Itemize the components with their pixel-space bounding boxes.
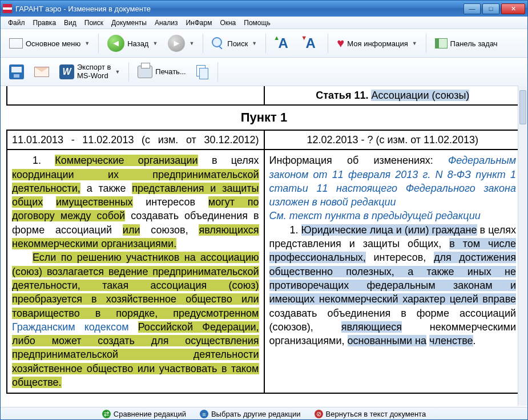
export-word-button[interactable]: W Экспорт вMS-Word ▼ bbox=[55, 61, 124, 82]
my-info-button[interactable]: ♥ Моя информация ▼ bbox=[333, 34, 421, 53]
my-info-label: Моя информация bbox=[347, 39, 408, 48]
search-icon bbox=[212, 37, 224, 50]
save-icon bbox=[9, 64, 24, 79]
return-label: Вернуться в текст документа bbox=[326, 410, 426, 418]
menu-view[interactable]: Вид bbox=[60, 17, 80, 29]
section-heading: Пункт 1 bbox=[7, 105, 521, 130]
font-increase-icon: ▲A bbox=[275, 35, 292, 51]
right-version-text: Информация об изменениях: Федеральным за… bbox=[264, 150, 522, 393]
word-icon: W bbox=[59, 64, 74, 79]
return-to-document-link[interactable]: ⊘ Вернуться в текст документа bbox=[315, 410, 426, 418]
preview-icon bbox=[196, 65, 209, 79]
article-name: Ассоциации (союзы) bbox=[371, 90, 469, 101]
toolbar-secondary: W Экспорт вMS-Word ▼ Печать... bbox=[1, 58, 527, 86]
scrollbar-thumb[interactable] bbox=[519, 90, 526, 124]
font-increase-button[interactable]: ▲A bbox=[271, 33, 296, 54]
svg-rect-1 bbox=[3, 7, 12, 10]
back-icon: ◄ bbox=[107, 35, 124, 52]
export-word-label: Экспорт вMS-Word bbox=[77, 63, 111, 80]
chevron-down-icon: ▼ bbox=[189, 41, 194, 46]
choose-versions-link[interactable]: ≡ Выбрать другие редакции bbox=[200, 410, 301, 418]
back-label: Назад bbox=[127, 39, 148, 48]
menu-analysis[interactable]: Анализ bbox=[151, 17, 182, 29]
task-panel-label: Панель задач bbox=[450, 39, 498, 48]
left-version-text: 1. Коммерческие организации в целях коор… bbox=[7, 150, 264, 393]
compare-label: Сравнение редакций bbox=[114, 410, 186, 418]
left-article-cell bbox=[7, 86, 264, 105]
bottom-bar: ⇄ Сравнение редакций ≡ Выбрать другие ре… bbox=[1, 407, 527, 420]
mail-icon bbox=[34, 67, 49, 77]
maximize-button[interactable]: □ bbox=[482, 3, 499, 14]
mail-button[interactable] bbox=[30, 64, 53, 79]
chevron-down-icon: ▼ bbox=[115, 69, 120, 75]
heart-icon: ♥ bbox=[337, 36, 344, 51]
close-button[interactable]: ✕ bbox=[501, 3, 525, 14]
font-decrease-button[interactable]: ▼A bbox=[298, 33, 323, 54]
search-button[interactable]: Поиск ▼ bbox=[208, 35, 261, 52]
main-menu-label: Основное меню bbox=[26, 39, 80, 48]
app-icon bbox=[3, 4, 12, 13]
menu-help[interactable]: Помощь bbox=[240, 17, 274, 29]
menu-edit[interactable]: Правка bbox=[29, 17, 61, 29]
toolbar-separator bbox=[203, 34, 203, 53]
flag-icon bbox=[9, 38, 23, 49]
menu-documents[interactable]: Документы bbox=[107, 17, 151, 29]
compare-icon: ⇄ bbox=[102, 410, 111, 418]
left-version-header: 11.01.2013 - 11.02.2013 (с изм. от 30.12… bbox=[7, 130, 264, 150]
return-icon: ⊘ bbox=[315, 410, 323, 418]
choose-label: Выбрать другие редакции bbox=[211, 410, 301, 418]
chevron-down-icon: ▼ bbox=[152, 41, 158, 46]
print-button[interactable]: Печать... bbox=[134, 63, 190, 80]
forward-button[interactable]: ► ▼ bbox=[164, 33, 198, 54]
compare-versions-link[interactable]: ⇄ Сравнение редакций bbox=[102, 410, 186, 418]
menu-search[interactable]: Поиск bbox=[80, 17, 107, 29]
toolbar-separator bbox=[426, 34, 426, 53]
menu-windows[interactable]: Окна bbox=[216, 17, 240, 29]
vertical-scrollbar[interactable] bbox=[518, 86, 527, 406]
right-article-cell: Статья 11. Ассоциации (союзы) bbox=[264, 86, 522, 105]
toolbar-main: Основное меню ▼ ◄ Назад ▼ ► ▼ Поиск ▼ ▲A… bbox=[1, 29, 527, 58]
printer-icon bbox=[138, 66, 152, 78]
print-label: Печать... bbox=[155, 67, 186, 76]
panel-icon bbox=[435, 38, 448, 49]
forward-icon: ► bbox=[168, 35, 185, 52]
toolbar-separator bbox=[265, 34, 266, 53]
choose-icon: ≡ bbox=[200, 410, 208, 418]
chevron-down-icon: ▼ bbox=[412, 41, 417, 46]
window-titlebar: ГАРАНТ аэро - Изменения в документе — □ … bbox=[1, 1, 527, 17]
right-version-header: 12.02.2013 - ? (с изм. от 11.02.2013) bbox=[264, 130, 522, 150]
minimize-button[interactable]: — bbox=[463, 3, 481, 14]
font-decrease-icon: ▼A bbox=[302, 35, 319, 51]
print-preview-button[interactable] bbox=[192, 63, 213, 81]
main-menu-button[interactable]: Основное меню ▼ bbox=[5, 36, 94, 51]
task-panel-button[interactable]: Панель задач bbox=[431, 36, 502, 51]
article-number: Статья 11. bbox=[316, 90, 368, 101]
save-button[interactable] bbox=[5, 62, 28, 82]
previous-version-link[interactable]: См. текст пункта в предыдущей редакции bbox=[269, 210, 481, 221]
toolbar-separator bbox=[128, 62, 129, 82]
search-label: Поиск bbox=[227, 39, 248, 48]
comparison-table: Статья 11. Ассоциации (союзы) Пункт 1 11… bbox=[6, 86, 522, 394]
back-button[interactable]: ◄ Назад ▼ bbox=[103, 33, 162, 54]
window-controls: — □ ✕ bbox=[463, 3, 525, 14]
toolbar-separator bbox=[328, 34, 328, 53]
menu-inpharm[interactable]: ИнФарм bbox=[182, 17, 216, 29]
change-info-prefix: Информация об изменениях: bbox=[269, 155, 448, 166]
chevron-down-icon: ▼ bbox=[84, 41, 90, 46]
window-title: ГАРАНТ аэро - Изменения в документе bbox=[15, 5, 463, 13]
document-comparison-pane: Статья 11. Ассоциации (союзы) Пункт 1 11… bbox=[1, 86, 527, 407]
menu-bar: Файл Правка Вид Поиск Документы Анализ И… bbox=[1, 17, 527, 29]
toolbar-separator bbox=[217, 62, 218, 82]
chevron-down-icon: ▼ bbox=[252, 41, 257, 46]
menu-file[interactable]: Файл bbox=[4, 17, 29, 29]
toolbar-separator bbox=[98, 34, 99, 53]
